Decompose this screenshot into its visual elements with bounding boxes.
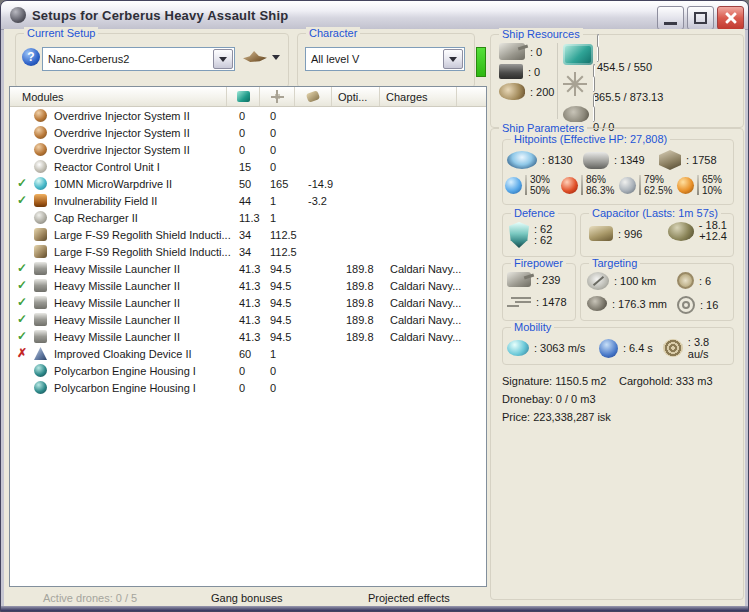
- cpu-usage: 454.5 / 550: [563, 39, 663, 69]
- price-value: Price: 223,338,287 isk: [502, 411, 611, 423]
- table-row[interactable]: Overdrive Injector System II00: [10, 107, 486, 124]
- setup-select[interactable]: Nano-Cerberus2: [42, 47, 235, 71]
- table-row[interactable]: ✓Heavy Missile Launcher II41.394.5189.8C…: [10, 311, 486, 328]
- launcher-module-icon: [34, 279, 47, 292]
- sensor-strength-icon: [677, 296, 695, 314]
- minimize-button[interactable]: [657, 6, 684, 30]
- table-row[interactable]: ✓Heavy Missile Launcher II41.394.5189.8C…: [10, 277, 486, 294]
- column-powergrid[interactable]: [260, 87, 295, 106]
- defence-shield-icon: [509, 222, 529, 248]
- module-cpu: 0: [231, 144, 264, 156]
- explosive-resist-icon: [677, 177, 694, 194]
- kinetic-resist-icon: [619, 177, 636, 194]
- dronebay-icon: [563, 106, 589, 123]
- em-resist-icon: [505, 177, 522, 194]
- module-optimal: 189.8: [336, 314, 384, 326]
- module-name: Heavy Missile Launcher II: [50, 263, 231, 275]
- cap-booster-icon: [668, 222, 694, 241]
- module-optimal: 189.8: [336, 331, 384, 343]
- table-row[interactable]: ✓Heavy Missile Launcher II41.394.5189.8C…: [10, 328, 486, 345]
- table-row[interactable]: Cap Recharger II11.31: [10, 209, 486, 226]
- gang-bonuses-label[interactable]: Gang bonuses: [211, 592, 283, 604]
- table-row[interactable]: Large F-S9 Regolith Shield Inducti...341…: [10, 243, 486, 260]
- ship-resources-group: Ship Resources : 0 : 0 : 200 454.5 / 550: [490, 34, 744, 128]
- close-button[interactable]: [717, 6, 744, 30]
- max-velocity: : 3063 m/s: [507, 336, 599, 360]
- cpu-icon: [237, 91, 250, 102]
- table-row[interactable]: ✓Heavy Missile Launcher II41.394.5189.8C…: [10, 294, 486, 311]
- module-powergrid: 112.5: [264, 229, 299, 241]
- firepower-dps: : 239: [507, 272, 560, 287]
- help-icon[interactable]: ?: [22, 48, 40, 66]
- module-charges: Caldari Navy...: [384, 331, 461, 343]
- module-name: Polycarbon Engine Housing I: [50, 382, 231, 394]
- fitted-check-icon: ✓: [10, 175, 34, 192]
- velocity-icon: [507, 340, 529, 356]
- table-row[interactable]: ✓Invulnerability Field II441-3.2: [10, 192, 486, 209]
- column-cpu[interactable]: [227, 87, 260, 106]
- shield-hp: : 8130: [507, 150, 583, 170]
- maximize-button[interactable]: [687, 6, 714, 30]
- em-resists: 30%50%: [505, 174, 561, 196]
- column-optimal[interactable]: Opti...: [332, 87, 380, 106]
- module-powergrid: 1: [264, 195, 299, 207]
- column-modules[interactable]: Modules: [10, 87, 227, 106]
- table-row[interactable]: Reactor Control Unit I150: [10, 158, 486, 175]
- ship-menu-button[interactable]: [243, 51, 280, 64]
- window-titlebar[interactable]: Setups for Cerberus Heavy Assault Ship: [1, 1, 748, 30]
- polycarbon-module-icon: [34, 364, 47, 377]
- align-icon: [599, 339, 618, 358]
- explosive-resists: 65%10%: [677, 174, 722, 196]
- module-cap-use: -3.2: [299, 195, 336, 207]
- targeting-label: Targeting: [589, 257, 640, 269]
- recharger-module-icon: [34, 211, 47, 224]
- dronebay-value: Dronebay: 0 / 0 m3: [502, 393, 596, 405]
- cloak-module-icon: [34, 347, 47, 360]
- fitted-check-icon: ✓: [10, 277, 34, 294]
- rig-calibration-icon: [499, 83, 525, 100]
- table-row[interactable]: Overdrive Injector System II00: [10, 141, 486, 158]
- column-charges[interactable]: Charges: [380, 87, 457, 106]
- character-select-arrow[interactable]: [443, 49, 463, 69]
- module-name: Heavy Missile Launcher II: [50, 297, 231, 309]
- firepower-group: Firepower : 239 : 1478: [502, 263, 576, 321]
- module-optimal: 189.8: [336, 280, 384, 292]
- chevron-down-icon: [272, 55, 280, 60]
- projected-effects-label[interactable]: Projected effects: [368, 592, 450, 604]
- module-name: 10MN MicroWarpdrive II: [50, 178, 231, 190]
- table-row[interactable]: Overdrive Injector System II00: [10, 124, 486, 141]
- capacitor-icon: [589, 226, 613, 241]
- signature-value: Signature: 1150.5 m2: [502, 375, 606, 387]
- module-cpu: 60: [231, 348, 264, 360]
- table-row[interactable]: ✓10MN MicroWarpdrive II50165-14.9: [10, 175, 486, 192]
- targeting-range: : 100 km: [587, 272, 656, 290]
- capacitor-group: Capacitor (Lasts: 1m 57s) : 996 - 18.1+1…: [580, 213, 734, 257]
- table-row[interactable]: Large F-S9 Regolith Shield Inducti...341…: [10, 226, 486, 243]
- module-cpu: 34: [231, 246, 264, 258]
- defence-group: Defence : 62: 62: [502, 213, 576, 257]
- defence-label: Defence: [511, 207, 558, 219]
- module-cpu: 41.3: [231, 297, 264, 309]
- inducer-module-icon: [34, 245, 47, 258]
- table-row[interactable]: ✗Improved Cloaking Device II601: [10, 345, 486, 362]
- setup-select-arrow[interactable]: [213, 49, 233, 69]
- character-select-value: All level V: [306, 53, 443, 65]
- module-name: Large F-S9 Regolith Shield Inducti...: [50, 229, 231, 241]
- module-powergrid: 165: [264, 178, 299, 190]
- module-cpu: 0: [231, 110, 264, 122]
- table-row[interactable]: Polycarbon Engine Housing I00: [10, 379, 486, 396]
- overdrive-module-icon: [34, 126, 47, 139]
- active-drones-label[interactable]: Active drones: 0 / 5: [43, 592, 137, 604]
- hitpoints-group: Hitpoints (Effective HP: 27,808) : 8130 …: [502, 139, 734, 205]
- table-row[interactable]: ✓Heavy Missile Launcher II41.394.5189.8C…: [10, 260, 486, 277]
- module-powergrid: 1: [264, 212, 299, 224]
- module-name: Improved Cloaking Device II: [50, 348, 231, 360]
- targeting-group: Targeting : 100 km : 6 : 176.3 mm : 16: [580, 263, 734, 321]
- table-row[interactable]: Polycarbon Engine Housing I00: [10, 362, 486, 379]
- launcher-module-icon: [34, 262, 47, 275]
- armor-icon: [583, 152, 609, 169]
- character-select[interactable]: All level V: [305, 47, 465, 71]
- firepower-label: Firepower: [511, 257, 566, 269]
- column-capacitor[interactable]: [295, 87, 332, 106]
- fitted-check-icon: ✓: [10, 192, 34, 209]
